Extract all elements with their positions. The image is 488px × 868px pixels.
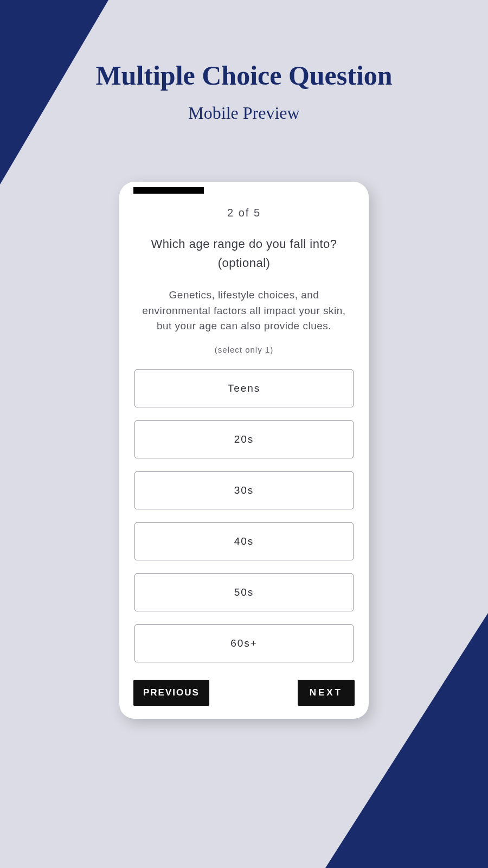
step-counter: 2 of 5	[133, 207, 355, 219]
option-20s[interactable]: 20s	[134, 420, 354, 458]
page-subtitle: Mobile Preview	[0, 103, 488, 123]
question-text: Which age range do you fall into? (optio…	[133, 234, 355, 272]
page-title: Multiple Choice Question	[0, 60, 488, 91]
option-30s[interactable]: 30s	[134, 471, 354, 509]
select-hint: (select only 1)	[133, 345, 355, 354]
decorative-triangle-top	[0, 0, 108, 184]
nav-buttons: PREVIOUS NEXT	[133, 680, 355, 706]
options-list: Teens 20s 30s 40s 50s 60s+	[133, 369, 355, 662]
option-teens[interactable]: Teens	[134, 369, 354, 407]
next-button[interactable]: NEXT	[298, 680, 355, 706]
progress-bar	[133, 187, 204, 194]
mobile-preview-frame: 2 of 5 Which age range do you fall into?…	[119, 182, 369, 719]
option-40s[interactable]: 40s	[134, 522, 354, 560]
question-description: Genetics, lifestyle choices, and environ…	[133, 288, 355, 334]
option-60s-plus[interactable]: 60s+	[134, 624, 354, 662]
previous-button[interactable]: PREVIOUS	[133, 680, 209, 706]
option-50s[interactable]: 50s	[134, 573, 354, 611]
